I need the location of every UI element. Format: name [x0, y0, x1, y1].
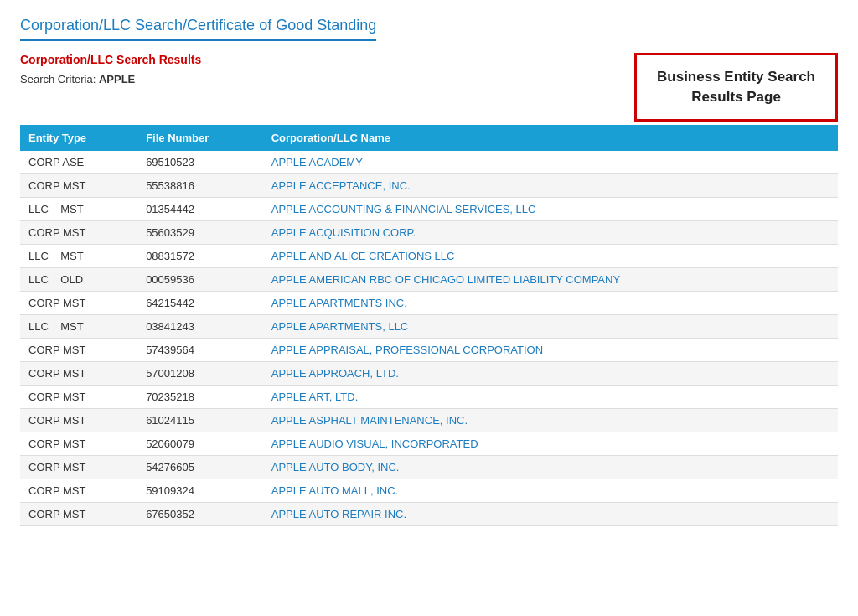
- cell-entity-type: LLC MST: [20, 314, 137, 338]
- table-row: LLC MST01354442APPLE ACCOUNTING & FINANC…: [20, 197, 838, 220]
- cell-corp-name[interactable]: APPLE ART, LTD.: [263, 385, 838, 408]
- cell-file-number: 54276605: [137, 455, 263, 479]
- cell-entity-type: CORP MST: [20, 361, 137, 385]
- search-results-label: Corporation/LLC Search Results: [20, 53, 618, 66]
- cell-corp-name[interactable]: APPLE ACCEPTANCE, INC.: [263, 173, 838, 197]
- table-row: LLC MST03841243APPLE APARTMENTS, LLC: [20, 314, 838, 338]
- cell-file-number: 67650352: [137, 502, 263, 525]
- search-criteria-value: APPLE: [99, 73, 135, 85]
- cell-corp-name[interactable]: APPLE APPROACH, LTD.: [263, 361, 838, 385]
- table-row: CORP MST54276605APPLE AUTO BODY, INC.: [20, 455, 838, 479]
- cell-entity-type: LLC OLD: [20, 267, 137, 291]
- business-entity-box: Business Entity SearchResults Page: [634, 53, 838, 122]
- cell-file-number: 00059536: [137, 267, 263, 291]
- cell-corp-name[interactable]: APPLE APARTMENTS INC.: [263, 291, 838, 314]
- table-body: CORP ASE69510523APPLE ACADEMYCORP MST555…: [20, 151, 838, 526]
- table-row: CORP MST67650352APPLE AUTO REPAIR INC.: [20, 502, 838, 525]
- cell-file-number: 59109324: [137, 479, 263, 502]
- cell-corp-name[interactable]: APPLE AUTO REPAIR INC.: [263, 502, 838, 525]
- cell-file-number: 69510523: [137, 151, 263, 174]
- table-header: Entity Type File Number Corporation/LLC …: [20, 125, 838, 151]
- cell-file-number: 08831572: [137, 244, 263, 267]
- cell-file-number: 70235218: [137, 385, 263, 408]
- col-file-number: File Number: [137, 125, 263, 151]
- top-section: Corporation/LLC Search Results Search Cr…: [20, 53, 838, 122]
- cell-file-number: 61024115: [137, 408, 263, 432]
- search-criteria-prefix: Search Criteria:: [20, 73, 96, 85]
- cell-file-number: 01354442: [137, 197, 263, 220]
- cell-corp-name[interactable]: APPLE APARTMENTS, LLC: [263, 314, 838, 338]
- cell-corp-name[interactable]: APPLE AND ALICE CREATIONS LLC: [263, 244, 838, 267]
- cell-corp-name[interactable]: APPLE ACCOUNTING & FINANCIAL SERVICES, L…: [263, 197, 838, 220]
- cell-file-number: 03841243: [137, 314, 263, 338]
- cell-entity-type: CORP MST: [20, 173, 137, 197]
- cell-entity-type: LLC MST: [20, 197, 137, 220]
- cell-file-number: 55538816: [137, 173, 263, 197]
- table-row: LLC MST08831572APPLE AND ALICE CREATIONS…: [20, 244, 838, 267]
- col-entity-type: Entity Type: [20, 125, 137, 151]
- search-criteria: Search Criteria: APPLE: [20, 73, 618, 85]
- table-row: CORP MST55538816APPLE ACCEPTANCE, INC.: [20, 173, 838, 197]
- col-corp-name: Corporation/LLC Name: [263, 125, 838, 151]
- table-row: CORP MST59109324APPLE AUTO MALL, INC.: [20, 479, 838, 502]
- table-row: LLC OLD00059536APPLE AMERICAN RBC OF CHI…: [20, 267, 838, 291]
- cell-corp-name[interactable]: APPLE AUTO BODY, INC.: [263, 455, 838, 479]
- cell-entity-type: CORP MST: [20, 385, 137, 408]
- cell-file-number: 57439564: [137, 338, 263, 361]
- cell-file-number: 64215442: [137, 291, 263, 314]
- table-header-row: Entity Type File Number Corporation/LLC …: [20, 125, 838, 151]
- cell-corp-name[interactable]: APPLE ACADEMY: [263, 151, 838, 174]
- cell-entity-type: CORP MST: [20, 291, 137, 314]
- cell-entity-type: CORP MST: [20, 408, 137, 432]
- cell-file-number: 57001208: [137, 361, 263, 385]
- cell-entity-type: CORP MST: [20, 220, 137, 244]
- cell-corp-name[interactable]: APPLE AMERICAN RBC OF CHICAGO LIMITED LI…: [263, 267, 838, 291]
- cell-corp-name[interactable]: APPLE ASPHALT MAINTENANCE, INC.: [263, 408, 838, 432]
- cell-entity-type: CORP ASE: [20, 151, 137, 174]
- table-row: CORP MST70235218APPLE ART, LTD.: [20, 385, 838, 408]
- cell-file-number: 52060079: [137, 432, 263, 455]
- cell-entity-type: CORP MST: [20, 502, 137, 525]
- table-row: CORP MST57439564APPLE APPRAISAL, PROFESS…: [20, 338, 838, 361]
- cell-entity-type: CORP MST: [20, 455, 137, 479]
- top-left: Corporation/LLC Search Results Search Cr…: [20, 53, 618, 99]
- table-row: CORP MST61024115APPLE ASPHALT MAINTENANC…: [20, 408, 838, 432]
- table-row: CORP MST64215442APPLE APARTMENTS INC.: [20, 291, 838, 314]
- cell-entity-type: CORP MST: [20, 338, 137, 361]
- page-title: Corporation/LLC Search/Certificate of Go…: [20, 17, 376, 41]
- cell-entity-type: LLC MST: [20, 244, 137, 267]
- table-row: CORP MST57001208APPLE APPROACH, LTD.: [20, 361, 838, 385]
- cell-corp-name[interactable]: APPLE APPRAISAL, PROFESSIONAL CORPORATIO…: [263, 338, 838, 361]
- table-row: CORP MST55603529APPLE ACQUISITION CORP.: [20, 220, 838, 244]
- cell-corp-name[interactable]: APPLE AUDIO VISUAL, INCORPORATED: [263, 432, 838, 455]
- cell-corp-name[interactable]: APPLE AUTO MALL, INC.: [263, 479, 838, 502]
- cell-entity-type: CORP MST: [20, 479, 137, 502]
- cell-entity-type: CORP MST: [20, 432, 137, 455]
- cell-file-number: 55603529: [137, 220, 263, 244]
- cell-corp-name[interactable]: APPLE ACQUISITION CORP.: [263, 220, 838, 244]
- results-table: Entity Type File Number Corporation/LLC …: [20, 125, 838, 526]
- table-row: CORP ASE69510523APPLE ACADEMY: [20, 151, 838, 174]
- table-row: CORP MST52060079APPLE AUDIO VISUAL, INCO…: [20, 432, 838, 455]
